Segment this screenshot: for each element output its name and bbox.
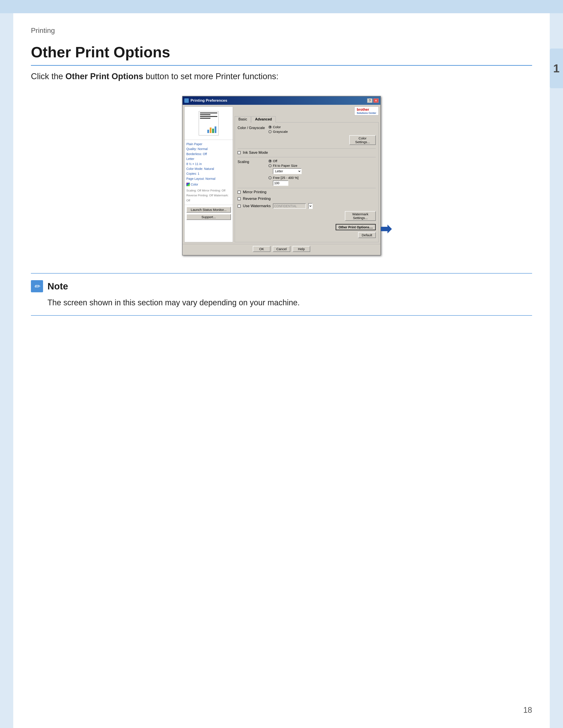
ok-button[interactable]: OK <box>253 246 270 252</box>
ink-save-checkbox[interactable] <box>237 151 241 154</box>
chart-bar-2 <box>210 128 211 133</box>
tab-content: Color / Grayscale Color Grayscale <box>235 122 379 242</box>
dialog-body: Plain Paper Quality: Normal Borderless: … <box>182 105 381 244</box>
preview-area <box>184 107 233 140</box>
scaling-row: Scaling Off Fit to Paper Size <box>237 159 376 186</box>
svg-marker-0 <box>381 225 392 233</box>
grayscale-radio-row: Grayscale <box>268 130 376 133</box>
scaling-off-label: Off <box>273 159 277 163</box>
dialog-window: Printing Preferences ? ✕ <box>182 96 381 255</box>
ink-save-row: Ink Save Mode <box>237 150 376 155</box>
color-radio-row: Color <box>268 125 376 129</box>
color-settings-button[interactable]: Color Settings... <box>349 135 376 145</box>
color-radio-label: Color <box>273 125 281 129</box>
solutions-center-text: Solutions Center <box>357 112 376 114</box>
info-dimensions: 8 ½ × 11 in <box>186 161 231 166</box>
close-title-btn[interactable]: ✕ <box>373 98 379 103</box>
watermark-value-input[interactable] <box>273 203 306 209</box>
color-grayscale-controls: Color Grayscale Color Settings... <box>268 125 376 146</box>
divider-3 <box>237 188 376 188</box>
preview-lines <box>200 113 217 119</box>
ink-save-label: Ink Save Mode <box>243 150 268 155</box>
top-bar <box>0 0 563 13</box>
scaling-label: Scaling <box>237 159 266 164</box>
info-borderless: Borderless: Off <box>186 152 231 156</box>
help-title-btn[interactable]: ? <box>367 98 373 103</box>
info-mirror: Mirror Printing: Off <box>202 189 225 192</box>
left-panel-buttons: Launch Status Monitor... Support... <box>184 205 233 223</box>
reverse-label: Reverse Printing <box>243 197 271 201</box>
brother-logo: brother Solutions Center <box>354 107 379 115</box>
title-bar-buttons: ? ✕ <box>367 98 379 103</box>
note-icon: ✏ <box>31 280 43 292</box>
printer-info: Plain Paper Quality: Normal Borderless: … <box>184 140 233 205</box>
side-tab: 1 <box>550 49 563 88</box>
watermark-dropdown[interactable]: ▼ <box>308 203 313 209</box>
launch-status-monitor-button[interactable]: Launch Status Monitor... <box>186 207 231 213</box>
intro-text-after: button to set more Printer functions: <box>143 72 278 81</box>
mirror-label: Mirror Printing <box>243 190 266 194</box>
screenshot-container: Printing Preferences ? ✕ <box>31 96 532 255</box>
divider-1 <box>237 148 376 149</box>
scaling-controls: Off Fit to Paper Size Letter <box>268 159 376 186</box>
scaling-fit-row: Fit to Paper Size <box>268 164 376 167</box>
scaling-value-input[interactable] <box>273 180 289 186</box>
reverse-checkbox[interactable] <box>237 197 241 200</box>
scaling-free-label: Free [25 - 400 %] <box>273 176 299 180</box>
preview-paper <box>199 111 218 135</box>
info-quality: Quality: Normal <box>186 146 231 151</box>
scaling-free-radio[interactable] <box>268 176 271 179</box>
mirror-row: Mirror Printing <box>237 190 376 194</box>
scaling-free-row: Free [25 - 400 %] <box>268 176 376 180</box>
note-title: Note <box>47 281 68 292</box>
info-scaling: Scaling: Off <box>186 189 201 192</box>
page-number: 18 <box>523 705 532 715</box>
grayscale-radio[interactable] <box>268 130 271 133</box>
other-print-options-button[interactable]: Other Print Options.... <box>336 224 376 230</box>
color-square <box>186 183 190 186</box>
dialog-bottom: OK Cancel Help <box>182 244 381 255</box>
color-grayscale-label: Color / Grayscale <box>237 125 266 130</box>
watermarks-row: Use Watermarks ▼ <box>237 203 376 209</box>
scaling-fit-radio[interactable] <box>268 164 271 167</box>
help-button[interactable]: Help <box>293 246 310 252</box>
preview-line-1 <box>200 113 217 113</box>
mirror-checkbox[interactable] <box>237 191 241 194</box>
info-copies: Copies: 1 <box>186 171 231 176</box>
default-button[interactable]: Default <box>358 232 376 238</box>
info-color: Color <box>191 182 198 187</box>
tab-advanced[interactable]: Advanced <box>251 116 275 122</box>
brother-logo-area: brother Solutions Center <box>235 107 379 115</box>
chart-bar-3 <box>212 129 214 133</box>
color-indicator: Color <box>186 182 231 187</box>
support-button[interactable]: Support... <box>186 214 231 220</box>
section-title: Other Print Options <box>31 43 532 66</box>
watermarks-checkbox[interactable] <box>237 205 241 208</box>
preview-line-3 <box>200 116 217 117</box>
watermark-settings-button[interactable]: Watermark Settings... <box>345 211 376 221</box>
color-radio[interactable] <box>268 126 271 129</box>
color-grayscale-row: Color / Grayscale Color Grayscale <box>237 125 376 146</box>
divider-2 <box>237 157 376 157</box>
grayscale-radio-label: Grayscale <box>273 130 288 133</box>
main-content: Printing Other Print Options Click the O… <box>13 13 550 728</box>
chart-bar-4 <box>214 126 216 133</box>
breadcrumb: Printing <box>31 26 532 35</box>
cancel-button[interactable]: Cancel <box>273 246 290 252</box>
left-panel: Plain Paper Quality: Normal Borderless: … <box>184 107 233 242</box>
intro-paragraph: Click the Other Print Options button to … <box>31 70 532 83</box>
chapter-number: 1 <box>553 62 560 75</box>
info-paper-type: Plain Paper <box>186 142 231 146</box>
watermarks-label: Use Watermarks <box>243 204 271 208</box>
scaling-paper-select[interactable]: Letter <box>273 168 302 174</box>
note-section: ✏ Note The screen shown in this section … <box>31 273 532 316</box>
scaling-off-radio[interactable] <box>268 159 271 163</box>
title-bar: Printing Preferences ? ✕ <box>182 96 381 105</box>
intro-text-before: Click the <box>31 72 65 81</box>
note-text: The screen shown in this section may var… <box>31 297 532 309</box>
right-panel: brother Solutions Center Basic Advanced <box>235 107 379 242</box>
scaling-fit-label: Fit to Paper Size <box>273 164 298 167</box>
dialog-title: Printing Preferences <box>190 98 227 103</box>
tab-basic[interactable]: Basic <box>235 116 251 122</box>
arrow-annotation <box>381 223 392 235</box>
